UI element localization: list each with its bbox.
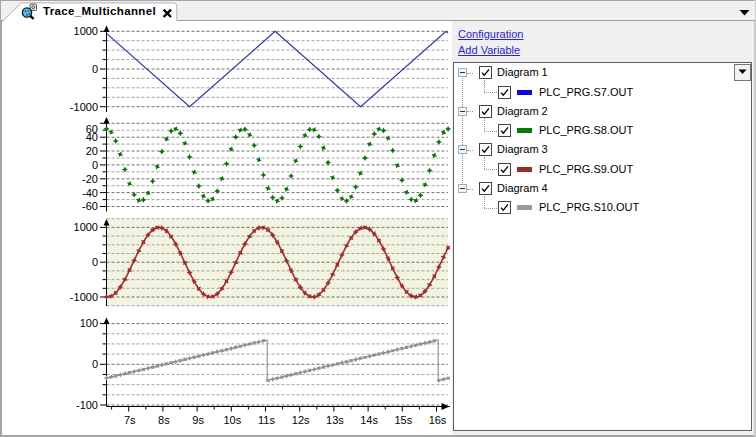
svg-text:1000: 1000 xyxy=(74,25,98,37)
svg-text:-40: -40 xyxy=(82,187,98,199)
svg-text:-100: -100 xyxy=(76,399,98,411)
svg-text:10s: 10s xyxy=(223,414,241,426)
svg-text:-1000: -1000 xyxy=(70,101,98,113)
svg-text:8s: 8s xyxy=(158,414,170,426)
svg-text:0: 0 xyxy=(92,63,98,75)
svg-text:9s: 9s xyxy=(192,414,204,426)
svg-text:0: 0 xyxy=(92,256,98,268)
svg-text:16s: 16s xyxy=(429,414,447,426)
svg-text:-1000: -1000 xyxy=(70,291,98,303)
svg-text:11s: 11s xyxy=(258,414,275,426)
svg-text:40: 40 xyxy=(86,131,98,143)
svg-text:15s: 15s xyxy=(394,414,412,426)
svg-text:20: 20 xyxy=(86,145,98,157)
svg-text:14s: 14s xyxy=(360,414,378,426)
svg-text:0: 0 xyxy=(92,358,98,370)
svg-text:12s: 12s xyxy=(292,414,310,426)
svg-text:13s: 13s xyxy=(326,414,344,426)
svg-text:0: 0 xyxy=(92,159,98,171)
svg-text:-20: -20 xyxy=(82,173,98,185)
svg-text:1000: 1000 xyxy=(74,221,98,233)
svg-text:7s: 7s xyxy=(124,414,136,426)
svg-text:-60: -60 xyxy=(82,200,98,212)
svg-text:100: 100 xyxy=(80,317,98,329)
